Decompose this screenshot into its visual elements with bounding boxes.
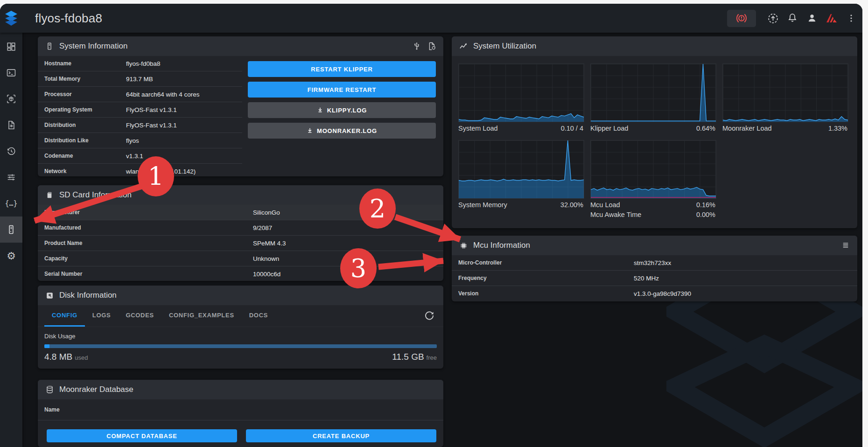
chart-label-row: Klipper Load0.64% [590,125,715,132]
file-icon [6,120,16,130]
sd-card-header: SD Card Information [38,185,443,205]
person-icon [806,13,818,24]
mcu-information-table: Micro-Controllerstm32h723xx Frequency520… [452,255,857,301]
panel-title: Mcu Information [473,241,530,250]
column-header-name: Name [38,406,60,413]
panel-title: Disk Information [59,291,117,300]
emergency-stop-icon [735,12,748,24]
chip-icon [458,240,469,251]
chart-system-load [458,63,584,122]
disk-information-header: Disk Information [38,286,443,305]
create-backup-button[interactable]: CREATE BACKUP [246,429,436,442]
tab-logs[interactable]: LOGS [85,305,119,327]
table-row: Operating SystemFlyOS-Fast v1.3.1 [38,102,242,117]
disk-usage: Disk Usage 4.8 MBused 11.5 GBfree [38,327,443,362]
tab-config-examples[interactable]: CONFIG_EXAMPLES [161,305,242,327]
mcu-menu-button[interactable] [840,240,851,251]
disk-free: 11.5 GBfree [392,352,437,362]
red-brand-logo-icon [825,13,838,24]
overflow-menu-button[interactable] [845,12,858,25]
system-information-table: Hostnameflyos-fd0ba8 Total Memory913.7 M… [38,56,242,176]
sidebar-item-machine-config[interactable]: {…} [0,190,22,217]
sidebar-item-settings[interactable]: ⚙ [0,243,22,269]
database-actions: COMPACT DATABASE CREATE BACKUP [47,429,436,442]
firmware-restart-button[interactable]: FIRMWARE RESTART [248,82,436,98]
moonraker-log-button[interactable]: MOONRAKER.LOG [248,123,436,139]
chart-klipper-load [590,63,716,122]
table-row: Serial Number10000c6d [38,266,443,281]
refresh-button[interactable] [424,310,436,322]
klippy-log-button[interactable]: KLIPPY.LOG [248,102,436,118]
gear-icon: ⚙ [7,250,16,262]
table-row: Networkwlan0 (192.168.101.142) [38,163,242,176]
table-row: Manufactured9/2087 [38,220,443,235]
tab-gcodes[interactable]: GCODES [118,305,161,327]
chart-line-icon [458,41,469,51]
database-icon [44,384,55,395]
system-information-panel: System Information [38,36,443,176]
file-refresh-button[interactable] [427,41,437,51]
table-row: Codenamev1.3.1 [38,148,242,163]
sd-card-panel: SD Card Information ManufacturerSiliconG… [38,185,443,281]
sidebar-item-history[interactable] [0,138,22,164]
account-button[interactable] [805,12,819,25]
panel-title: System Information [59,42,127,51]
tab-docs[interactable]: DOCS [242,305,275,327]
server-tower-icon [6,224,16,235]
disk-used: 4.8 MBused [44,352,88,362]
table-row: Hostnameflyos-fd0ba8 [38,56,242,71]
page: flyos-fdoba8 [0,0,868,447]
table-row: ManufacturerSiliconGo [38,205,443,220]
app-logo[interactable] [0,4,22,33]
server-tower-icon [44,41,55,51]
table-row: CapacityUnknown [38,251,443,266]
notifications-button[interactable] [786,12,799,25]
sidebar-item-machine[interactable] [0,217,22,243]
panel-title: System Utilization [473,42,536,51]
update-icon [767,13,779,24]
sidebar-item-print-preview[interactable] [0,86,22,112]
system-information-header: System Information [38,36,443,56]
tab-config[interactable]: CONFIG [44,305,85,327]
compact-database-button[interactable]: COMPACT DATABASE [47,429,237,442]
table-row: Distribution Likeflyos [38,133,242,148]
dashboard-icon [6,42,16,52]
braces-icon: {…} [5,199,17,208]
update-button[interactable] [766,12,779,25]
mcu-information-header: Mcu Information [452,236,857,255]
page-title: flyos-fdoba8 [35,4,102,33]
moonraker-database-panel: Moonraker Database Name COMPACT DATABASE… [38,380,443,447]
chart-moonraker-load [722,63,848,122]
layers-logo-icon [4,10,18,26]
topbar: flyos-fdoba8 [0,4,862,33]
table-row: Micro-Controllerstm32h723xx [452,255,857,270]
tune-icon [6,172,16,182]
chart-label-row: System Memory32.00% [458,201,583,209]
sidebar-item-dashboard[interactable] [0,34,22,60]
sidebar-item-console[interactable] [0,60,22,86]
sd-card-table: ManufacturerSiliconGo Manufactured9/2087… [38,205,443,281]
table-row: Processor64bit aarch64 with 4 cores [38,86,242,102]
restart-klipper-button[interactable]: RESTART KLIPPER [248,61,436,77]
table-row: Total Memory913.7 MB [38,71,242,86]
bell-icon [787,13,798,24]
system-utilization-panel: System Utilization System Load0.10 / 4 K… [452,36,857,228]
sidebar-item-tune[interactable] [0,164,22,190]
table-row: Versionv1.3.0-ga98c9d7390 [452,286,857,301]
panel-title: Moonraker Database [59,385,133,394]
emergency-stop-button[interactable] [727,10,756,27]
history-icon [6,146,16,156]
sidebar-item-gcode-files[interactable] [0,112,22,138]
chart-label-row: Mcu Load0.16% [590,201,715,209]
chart-label-row: System Load0.10 / 4 [458,125,583,132]
brand-logo-button[interactable] [825,12,838,25]
panel-title: SD Card Information [59,190,132,200]
table-row: Product NameSPeMM 4.3 [38,235,443,251]
database-table-header: Name [38,399,443,420]
disk-usage-label: Disk Usage [44,333,437,340]
system-utilization-header: System Utilization [452,36,857,56]
cube-scan-icon [6,94,16,104]
chart-label-row: Moonraker Load1.33% [722,125,847,132]
usb-devices-button[interactable] [412,41,422,51]
sidebar: {…} ⚙ [0,33,22,447]
